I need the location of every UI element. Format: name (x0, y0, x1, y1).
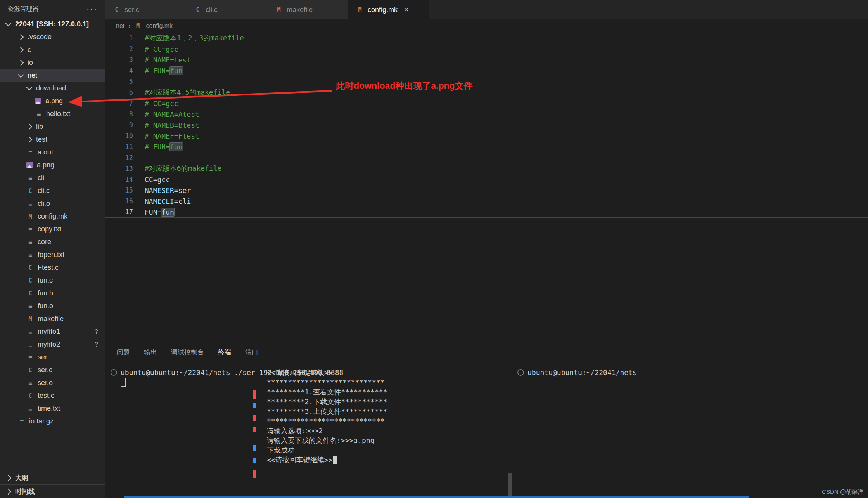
panel-tab-端口[interactable]: 端口 (245, 344, 258, 361)
tree-item-ser.c[interactable]: Cser.c (0, 364, 105, 377)
panel-tab-终端[interactable]: 终端 (218, 344, 231, 361)
tree-item-myfifo1[interactable]: ≡myfifo1? (0, 325, 105, 338)
code-line-4[interactable]: 4# FUN=fun (105, 65, 868, 76)
tree-item-a.png[interactable]: a.png (0, 159, 105, 172)
code-line-7[interactable]: 7# CC=gcc (105, 98, 868, 109)
tree-item-label: makefile (38, 315, 64, 323)
code-editor[interactable]: 1#对应版本1，2，3的makefile2# CC=gcc3# NAME=tes… (105, 33, 868, 377)
code-line-12[interactable]: 12 (105, 152, 868, 163)
file-icon: ≡ (26, 238, 34, 246)
tree-item-cli.o[interactable]: ≡cli.o (0, 197, 105, 210)
code-content: # CC=gcc (145, 45, 178, 53)
tree-item-core[interactable]: ≡core (0, 236, 105, 248)
panel-tab-输出[interactable]: 输出 (144, 344, 157, 361)
code-line-8[interactable]: 8# NAMEA=Atest (105, 109, 868, 120)
tree-item-c[interactable]: c (0, 43, 105, 56)
tree-item-myfifo2[interactable]: ≡myfifo2? (0, 338, 105, 351)
explorer-root-item[interactable]: 22041 [SSH: 127.0.0.1] (0, 18, 105, 31)
tree-item-cli.c[interactable]: Ccli.c (0, 184, 105, 197)
tree-item-.vscode[interactable]: .vscode (0, 31, 105, 43)
c-file-icon: C (26, 367, 34, 374)
breadcrumb-folder[interactable]: net (116, 23, 124, 29)
terminal-pane-right[interactable]: ubuntu@ubuntu:~/22041/net$ (517, 368, 864, 377)
chevron-right-icon (26, 124, 33, 130)
tree-item-io[interactable]: io (0, 56, 105, 69)
terminal-text: 下载成功 (267, 446, 295, 455)
more-actions-icon[interactable]: ··· (86, 4, 97, 14)
tree-item-cli[interactable]: ≡cli (0, 172, 105, 184)
code-line-17[interactable]: 17FUN=fun (105, 206, 868, 218)
code-line-1[interactable]: 1#对应版本1，2，3的makefile (105, 33, 868, 43)
line-number: 7 (105, 99, 133, 107)
code-line-10[interactable]: 10# NAMEF=Ftest (105, 130, 868, 141)
tree-item-hello.txt[interactable]: ≡hello.txt (0, 108, 105, 120)
terminal-line: **************************** (267, 377, 511, 387)
code-line-15[interactable]: 15NAMESER=ser (105, 185, 868, 196)
tree-item-config.mk[interactable]: Mconfig.mk (0, 210, 105, 223)
tab-label: config.mk (368, 6, 398, 14)
tree-item-label: fopen.txt (38, 251, 64, 259)
tree-item-label: myfifo1 (38, 328, 60, 336)
tree-item-fun.o[interactable]: ≡fun.o (0, 300, 105, 312)
tree-item-test[interactable]: test (0, 133, 105, 146)
terminal-text: <<请按回车键继续>> (267, 368, 332, 377)
code-token: ser (178, 186, 191, 194)
tab-cli.c[interactable]: Ccli.c (186, 0, 267, 19)
terminal-text: *********3.上传文件*********** (267, 407, 387, 416)
tree-item-ser[interactable]: ≡ser (0, 351, 105, 364)
tree-item-copy.txt[interactable]: ≡copy.txt (0, 223, 105, 236)
tree-item-a.out[interactable]: ≡a.out (0, 146, 105, 159)
code-line-16[interactable]: 16NAMECLI=cli (105, 196, 868, 206)
code-content: # FUN=fun (145, 67, 183, 75)
tree-item-fun.h[interactable]: Cfun.h (0, 287, 105, 300)
terminal-scrollbar[interactable] (508, 473, 512, 497)
tab-config.mk[interactable]: Mconfig.mk× (348, 0, 429, 19)
terminal-deco-strip (253, 361, 256, 498)
tree-item-net[interactable]: net (0, 69, 105, 82)
tree-item-lib[interactable]: lib (0, 120, 105, 133)
tree-item-time.txt[interactable]: ≡time.txt (0, 402, 105, 415)
tree-item-label: ser.o (38, 379, 53, 387)
tab-ser.c[interactable]: Cser.c (105, 0, 186, 19)
tree-item-Ftest.c[interactable]: CFtest.c (0, 261, 105, 274)
tree-item-io.tar.gz[interactable]: ≡io.tar.gz (0, 415, 105, 428)
tree-item-a.png[interactable]: a.png (0, 95, 105, 108)
tree-item-makefile[interactable]: Mmakefile (0, 312, 105, 325)
panel-tab-问题[interactable]: 问题 (117, 344, 130, 361)
terminal[interactable]: ubuntu@ubuntu:~/22041/net$ ./ser 192.168… (105, 361, 868, 498)
file-icon: ≡ (26, 328, 34, 336)
tree-item-ser.o[interactable]: ≡ser.o (0, 377, 105, 389)
header-file-icon: C (26, 290, 34, 297)
tree-item-fun.c[interactable]: Cfun.c (0, 274, 105, 287)
tab-makefile[interactable]: Mmakefile (267, 0, 348, 19)
close-icon[interactable]: × (404, 5, 409, 14)
command-decoration-icon[interactable] (517, 369, 524, 376)
line-number: 17 (105, 208, 133, 216)
code-line-9[interactable]: 9# NAMEB=Btest (105, 120, 868, 130)
breadcrumb[interactable]: net › M config.mk (105, 19, 868, 33)
code-line-5[interactable]: 5 (105, 76, 868, 87)
terminal-text: *********2.下载文件*********** (267, 397, 387, 406)
terminal-line: 下载成功 (267, 445, 511, 455)
code-line-11[interactable]: 11# FUN=fun (105, 141, 868, 152)
tree-item-test.c[interactable]: Ctest.c (0, 389, 105, 402)
code-line-13[interactable]: 13#对应版本6的makefile (105, 163, 868, 174)
tree-item-label: myfifo2 (38, 340, 60, 349)
code-token: # NAME=test (145, 56, 191, 64)
tree-item-label: fun.o (38, 302, 53, 310)
code-line-2[interactable]: 2# CC=gcc (105, 43, 868, 54)
terminal-pane-middle[interactable]: <<请按回车键继续>>*****************************… (267, 368, 511, 465)
tree-item-fopen.txt[interactable]: ≡fopen.txt (0, 248, 105, 261)
code-line-14[interactable]: 14CC=gcc (105, 174, 868, 185)
tree-item-label: ser.c (38, 366, 52, 374)
code-token: cli (178, 197, 191, 205)
tree-item-label: config.mk (38, 212, 67, 220)
breadcrumb-file[interactable]: config.mk (146, 23, 173, 29)
tree-item-download[interactable]: download (0, 82, 105, 95)
code-line-6[interactable]: 6#对应版本4,5的makefile (105, 87, 868, 98)
sidebar-section-时间线[interactable]: 时间线 (0, 484, 105, 498)
panel-tab-调试控制台[interactable]: 调试控制台 (171, 344, 204, 361)
code-line-3[interactable]: 3# NAME=test (105, 54, 868, 65)
sidebar-section-大纲[interactable]: 大纲 (0, 471, 105, 484)
command-decoration-icon[interactable] (111, 369, 117, 376)
